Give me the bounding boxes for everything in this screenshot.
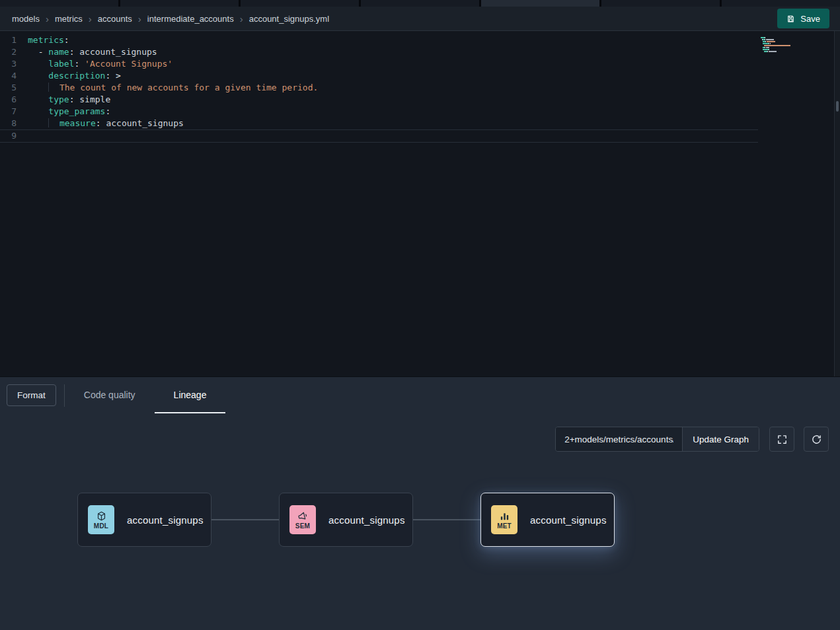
editor-tab[interactable]	[361, 0, 479, 7]
breadcrumb-item[interactable]: metrics	[55, 14, 83, 24]
code-line: 6 type: simple	[0, 94, 758, 106]
editor-tab[interactable]	[722, 0, 840, 7]
panel-tabs: Code qualityLineage	[65, 377, 226, 413]
bottom-panel: Format Code qualityLineage Update Graph	[0, 376, 840, 630]
node-label: account_signups	[530, 514, 607, 526]
node-label: account_signups	[328, 514, 405, 526]
lineage-node-mdl[interactable]: MDLaccount_signups	[77, 493, 211, 547]
line-number: 1	[0, 34, 28, 46]
scrollbar-thumb[interactable]	[836, 101, 839, 112]
format-button[interactable]: Format	[7, 384, 56, 406]
line-number: 3	[0, 58, 28, 70]
breadcrumb: models›metrics›accounts›intermediate_acc…	[12, 14, 329, 24]
code-line: 3 label: 'Account Signups'	[0, 58, 758, 70]
code-line: 2 - name: account_signups	[0, 46, 758, 58]
line-number: 5	[0, 82, 28, 94]
editor-scrollbar[interactable]	[834, 31, 840, 376]
lineage-node-met[interactable]: METaccount_signups	[480, 493, 615, 547]
chevron-right-icon: ›	[89, 14, 92, 24]
editor-tab[interactable]	[241, 0, 359, 7]
code-line: 5 The count of new accounts for a given …	[0, 82, 758, 94]
breadcrumb-item[interactable]: accounts	[98, 14, 132, 24]
save-icon	[786, 15, 795, 23]
code-lines: 1metrics:2 - name: account_signups3 labe…	[0, 34, 758, 143]
cube-icon: MDL	[88, 505, 114, 534]
code-line: 8 measure: account_signups	[0, 118, 758, 129]
node-type-badge: MET	[497, 522, 512, 530]
breadcrumb-item[interactable]: models	[12, 14, 40, 24]
node-type-badge: SEM	[295, 522, 310, 530]
code-editor[interactable]: 1metrics:2 - name: account_signups3 labe…	[0, 31, 840, 376]
minimap[interactable]	[761, 37, 799, 55]
line-number: 2	[0, 46, 28, 58]
breadcrumb-item[interactable]: account_signups.yml	[249, 14, 329, 24]
line-number: 6	[0, 94, 28, 106]
editor-tab[interactable]	[120, 0, 239, 7]
line-number: 9	[0, 130, 28, 142]
megaphone-icon: SEM	[289, 505, 316, 534]
line-number: 7	[0, 106, 28, 118]
code-line: 4 description: >	[0, 70, 758, 82]
chevron-right-icon: ›	[46, 14, 49, 24]
tab-lineage[interactable]: Lineage	[155, 377, 226, 413]
ide-window: models›metrics›accounts›intermediate_acc…	[0, 0, 840, 630]
node-label: account_signups	[127, 514, 204, 526]
lineage-panel: Update Graph MDL	[0, 413, 840, 630]
panel-tabs-row: Format Code qualityLineage	[0, 377, 840, 413]
editor-tab[interactable]	[481, 0, 599, 7]
editor-tab-strip	[0, 0, 840, 7]
lineage-node-sem[interactable]: SEMaccount_signups	[279, 493, 413, 547]
code-line: 9	[0, 129, 758, 143]
lineage-edge	[413, 519, 480, 520]
node-type-badge: MDL	[94, 522, 108, 530]
chevron-right-icon: ›	[240, 14, 243, 24]
tab-code-quality[interactable]: Code quality	[65, 377, 155, 413]
save-button[interactable]: Save	[777, 9, 829, 28]
save-button-label: Save	[800, 14, 820, 24]
line-number: 4	[0, 70, 28, 82]
code-line: 1metrics:	[0, 34, 758, 46]
line-number: 8	[0, 118, 28, 129]
lineage-edge	[211, 519, 279, 520]
code-line: 7 type_params:	[0, 106, 758, 118]
lineage-canvas[interactable]: MDLaccount_signupsSEMaccount_signupsMETa…	[0, 413, 840, 630]
breadcrumb-item[interactable]: intermediate_accounts	[147, 14, 234, 24]
bar-chart-icon: MET	[491, 505, 517, 534]
chevron-right-icon: ›	[138, 14, 141, 24]
editor-tab[interactable]	[0, 0, 118, 7]
breadcrumb-bar: models›metrics›accounts›intermediate_acc…	[0, 7, 840, 31]
editor-tab[interactable]	[601, 0, 720, 7]
